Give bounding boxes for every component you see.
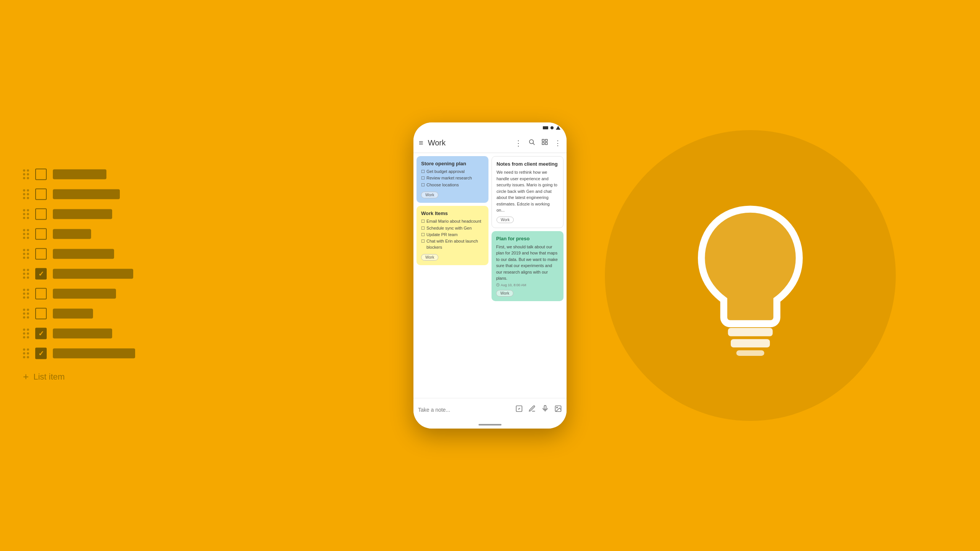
list-bar — [53, 289, 116, 299]
svg-line-4 — [533, 143, 534, 145]
note-title: Work Items — [421, 210, 484, 216]
plus-icon: + — [23, 371, 29, 383]
drag-handle[interactable] — [23, 349, 29, 359]
take-note-input[interactable] — [418, 407, 512, 413]
drag-handle[interactable] — [23, 209, 29, 219]
home-bar — [479, 424, 501, 425]
hamburger-menu[interactable]: ≡ — [417, 137, 425, 149]
note-client-meeting[interactable]: Notes from client meeting We need to ret… — [492, 156, 564, 228]
checkbox[interactable] — [35, 189, 47, 200]
note-body: First, we should talk about our plan for… — [496, 244, 559, 282]
checkbox[interactable] — [35, 169, 47, 180]
note-tag: Work — [421, 192, 438, 198]
mic-icon[interactable] — [541, 405, 549, 414]
note-work-items[interactable]: Work Items Email Mario about headcount S… — [416, 206, 488, 265]
list-item — [23, 248, 135, 260]
svg-rect-0 — [728, 328, 773, 336]
note-plan-preso[interactable]: Plan for preso First, we should talk abo… — [492, 231, 564, 301]
note-body: We need to rethink how we handle user ex… — [497, 169, 559, 214]
note-tag: Work — [496, 290, 513, 297]
checkbox[interactable] — [35, 248, 47, 260]
list-bar — [53, 229, 91, 239]
checkbox[interactable] — [35, 209, 47, 220]
drag-handle[interactable] — [23, 329, 29, 339]
phone-mockup: ≡ Work ⋮ ⋮ Store opening plan Get budget… — [413, 122, 567, 429]
checklist-item: Email Mario about headcount — [421, 218, 484, 224]
overflow-menu-button[interactable]: ⋮ — [553, 137, 563, 149]
notes-right-column: Notes from client meeting We need to ret… — [492, 156, 564, 395]
drag-handle[interactable] — [23, 269, 29, 279]
checklist-item: Schedule sync with Gen — [421, 225, 484, 231]
bottom-icons — [515, 405, 562, 414]
list-item — [23, 288, 135, 300]
bottom-bar — [413, 398, 567, 421]
note-title: Plan for preso — [496, 236, 559, 241]
signal-bar — [543, 126, 548, 129]
app-title: Work — [428, 139, 510, 147]
phone-shell: ≡ Work ⋮ ⋮ Store opening plan Get budget… — [413, 122, 567, 429]
status-dot — [550, 126, 554, 129]
list-item — [23, 348, 135, 359]
svg-rect-7 — [542, 143, 544, 145]
lightbulb-background — [605, 130, 896, 421]
svg-rect-11 — [544, 406, 546, 409]
status-bar — [413, 122, 567, 133]
svg-rect-5 — [542, 139, 544, 141]
note-title: Store opening plan — [421, 161, 484, 166]
note-checklist: Get budget approval Review market resear… — [421, 169, 484, 188]
svg-rect-2 — [736, 350, 764, 356]
svg-point-14 — [557, 407, 558, 408]
checkbox[interactable] — [35, 228, 47, 240]
notes-left-column: Store opening plan Get budget approval R… — [416, 156, 488, 395]
app-bar: ≡ Work ⋮ ⋮ — [413, 133, 567, 153]
checkbox[interactable] — [35, 308, 47, 320]
add-item-label: List item — [33, 372, 65, 381]
drag-handle[interactable] — [23, 170, 29, 179]
wifi-icon — [556, 126, 560, 130]
more-dots-button[interactable]: ⋮ — [513, 137, 524, 149]
list-bar — [53, 349, 135, 359]
checkbox-icon[interactable] — [515, 405, 523, 414]
left-list-panel: + List item — [23, 169, 135, 383]
list-item — [23, 328, 135, 339]
home-indicator — [413, 421, 567, 429]
drag-handle[interactable] — [23, 229, 29, 239]
image-icon[interactable] — [554, 405, 562, 414]
note-title: Notes from client meeting — [497, 161, 559, 167]
search-button[interactable] — [527, 137, 537, 149]
list-item — [23, 308, 135, 320]
list-bar — [53, 170, 106, 179]
drag-handle[interactable] — [23, 189, 29, 199]
checkbox-checked[interactable] — [35, 268, 47, 280]
note-store-plan[interactable]: Store opening plan Get budget approval R… — [416, 156, 488, 203]
notes-area: Store opening plan Get budget approval R… — [413, 153, 567, 398]
checkbox-checked[interactable] — [35, 328, 47, 339]
list-item — [23, 228, 135, 240]
drag-handle[interactable] — [23, 309, 29, 319]
checklist-item: Review market research — [421, 175, 484, 181]
drag-handle[interactable] — [23, 289, 29, 299]
view-toggle-button[interactable] — [540, 137, 550, 149]
draw-icon[interactable] — [528, 405, 536, 414]
list-bar — [53, 309, 93, 319]
note-checklist: Email Mario about headcount Schedule syn… — [421, 218, 484, 250]
checkbox[interactable] — [35, 288, 47, 300]
list-item — [23, 268, 135, 280]
checklist-item: Get budget approval — [421, 169, 484, 174]
list-bar — [53, 209, 112, 219]
list-item — [23, 209, 135, 220]
list-bar — [53, 269, 133, 279]
checklist-item: Chat with Erin about launch blockers — [421, 238, 484, 250]
note-tag: Work — [421, 254, 438, 261]
note-timestamp: Aug 10, 8:00 AM — [496, 283, 559, 287]
note-tag: Work — [497, 217, 514, 223]
checklist-item: Choose locations — [421, 182, 484, 188]
svg-rect-6 — [546, 139, 547, 141]
add-item-row[interactable]: + List item — [23, 371, 135, 383]
svg-rect-1 — [731, 339, 770, 347]
list-bar — [53, 329, 112, 339]
checkbox-checked[interactable] — [35, 348, 47, 359]
checklist-item: Update PR team — [421, 232, 484, 238]
svg-point-3 — [529, 140, 534, 144]
drag-handle[interactable] — [23, 249, 29, 259]
